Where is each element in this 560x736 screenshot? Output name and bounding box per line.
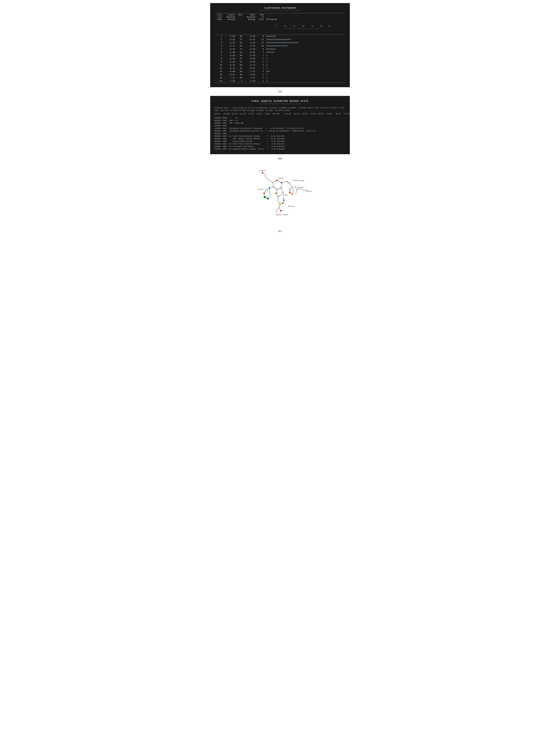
panel-b-title: FINAL GENETIC ALGORITHM DOCKED STATE [215, 100, 345, 103]
svg-point-56 [281, 182, 282, 183]
cell-num: 18 [256, 44, 265, 48]
cell-mean: -8.01 [243, 73, 256, 76]
cell-energy: -9.52 [223, 38, 236, 41]
col-header-run: Run [236, 13, 243, 35]
svg-point-61 [264, 196, 266, 198]
cell-mean: -8.12 [243, 67, 256, 70]
residue-val200: VAL200 [298, 180, 304, 181]
hist-scale-numbers: 5 10 15 20 25 30 35 : :_____|__:_____|__… [266, 25, 344, 29]
cell-energy: -8.24 [223, 60, 236, 63]
detail-state-line: Detailed state: trans 23.903 10.247 32.1… [215, 107, 345, 112]
histogram-row: 7 -8.39 68 -8.39 1 # [215, 54, 345, 57]
docked-line: DOCKED: USER Estimated Free Energy of Bi… [215, 127, 345, 130]
svg-point-54 [262, 172, 263, 173]
histogram-table: Clus-terRank LowestBindingEnergy Run Mea… [215, 13, 345, 83]
cell-energy: -9.68 [223, 35, 236, 38]
cell-rank: 14 [215, 76, 223, 79]
docked-line: DOCKED: MODEL 41 [215, 117, 345, 119]
cell-rank: 11 [215, 67, 223, 70]
cell-num: 1 [256, 67, 265, 70]
cell-energy: -7.26 [223, 79, 236, 83]
residue-ile185: ILE185 [306, 190, 312, 192]
cell-hist: ####### [265, 51, 345, 54]
cell-energy: -8.12 [223, 63, 236, 67]
cell-rank: 7 [215, 54, 223, 57]
docked-line: DOCKED: USER Run = 41 [215, 119, 345, 122]
cell-rank: 15 [215, 79, 223, 83]
histogram-row: 12 -8.08 29 -7.97 3 ### [215, 70, 345, 73]
cell-energy: -9.15 [223, 48, 236, 51]
cell-hist: # [265, 54, 345, 57]
cell-rank: 8 [215, 57, 223, 60]
residue-ile315: ILE315 [278, 177, 284, 179]
cell-num: 1 [256, 57, 265, 60]
residue-met192: MET192 [297, 186, 304, 188]
cell-num: 1 [256, 63, 265, 67]
cell-hist: # [265, 73, 345, 76]
cell-hist: # [265, 79, 345, 83]
cell-run: 71 [236, 60, 243, 63]
histogram-row: 4 -9.17 34 -8.76 18 ################## [215, 44, 345, 48]
mol-svg: ASP329 ILE315 LYS248 VAL200 MET192 ILE18… [236, 163, 324, 227]
col-header-num: NuminClus [256, 13, 265, 35]
residue-asp329: ASP329 [260, 170, 266, 172]
docked-line: DOCKED: USER DPF = dock.dpf [215, 122, 345, 124]
cell-run: 41 [236, 41, 243, 44]
svg-point-52 [263, 192, 265, 194]
cell-hist: # [265, 60, 345, 63]
histogram-row: 15 -7.26 3 -7.26 1 # [215, 79, 345, 83]
histogram-row: 3 -9.35 41 -8.82 27 ####################… [215, 41, 345, 44]
histogram-row: 6 -9.00 87 -8.42 7 ####### [215, 51, 345, 54]
cell-mean: -8.42 [243, 51, 256, 54]
col-header-mean: MeanBindingEnergy [243, 13, 256, 35]
panel-a-title: CLUSTERING HISTOGRAM [215, 7, 345, 9]
residue-tyr264: TYR264 [282, 214, 288, 216]
cell-rank: 1 [215, 35, 223, 38]
cell-energy: -8.08 [223, 70, 236, 73]
cell-num: 1 [256, 73, 265, 76]
cell-hist: ######## [265, 35, 345, 38]
cell-hist: ########################### [265, 41, 345, 44]
histogram-row: 14 -7.27 64 -7.27 1 # [215, 76, 345, 79]
cell-num: 7 [256, 51, 265, 54]
residue-lys248: LYS248 [292, 179, 298, 181]
cell-rank: 3 [215, 41, 223, 44]
cell-energy: -8.39 [223, 54, 236, 57]
cell-run: 28 [236, 73, 243, 76]
cell-mean: -8.24 [243, 60, 256, 63]
panel-c-label: (C) [210, 230, 350, 232]
histogram-header-row: Clus-terRank LowestBindingEnergy Run Mea… [215, 13, 345, 35]
cell-energy: -9.00 [223, 51, 236, 54]
cell-mean: -9.25 [243, 38, 256, 41]
cell-hist: ### [265, 70, 345, 73]
residue-tyr262: TYR262 [275, 214, 282, 216]
cell-rank: 13 [215, 73, 223, 76]
cell-hist: ######## [265, 48, 345, 51]
col-header-histogram: Histogram 5 10 15 20 25 30 35 : :_____|_… [265, 13, 345, 35]
svg-point-57 [283, 199, 285, 201]
cell-run: 3 [236, 79, 243, 83]
histogram-row: 10 -8.12 63 -8.12 1 # [215, 63, 345, 67]
cell-hist: # [265, 57, 345, 60]
cell-mean: -8.40 [243, 48, 256, 51]
residue-met265: MET265 [288, 205, 294, 207]
histogram-row: 1 -9.68 66 -8.85 8 ######## [215, 35, 345, 38]
cell-energy: -8.38 [223, 57, 236, 60]
docked-line: DOCKED: USER Electrostatic Energy = -0.3… [215, 140, 345, 143]
cell-run: 64 [236, 76, 243, 79]
cell-hist: ##################### [265, 38, 345, 41]
svg-point-49 [276, 180, 278, 181]
histogram-footer [215, 83, 345, 83]
title-underline-b [259, 104, 301, 104]
histogram-row: 11 -8.12 12 -8.12 1 # [215, 67, 345, 70]
docked-line: DOCKED: USER (4) Unbound System's Energy… [215, 148, 345, 150]
cell-energy: -9.35 [223, 41, 236, 44]
svg-point-62 [267, 198, 269, 199]
docked-line: DOCKED: USER (1) Final Intermolecular En… [215, 135, 345, 137]
cell-mean: -8.85 [243, 35, 256, 38]
svg-point-58 [269, 187, 270, 189]
histogram-row: 2 -9.52 75 -9.25 21 ####################… [215, 38, 345, 41]
cell-mean: -8.38 [243, 57, 256, 60]
cell-rank: 9 [215, 60, 223, 63]
svg-point-51 [280, 210, 282, 211]
